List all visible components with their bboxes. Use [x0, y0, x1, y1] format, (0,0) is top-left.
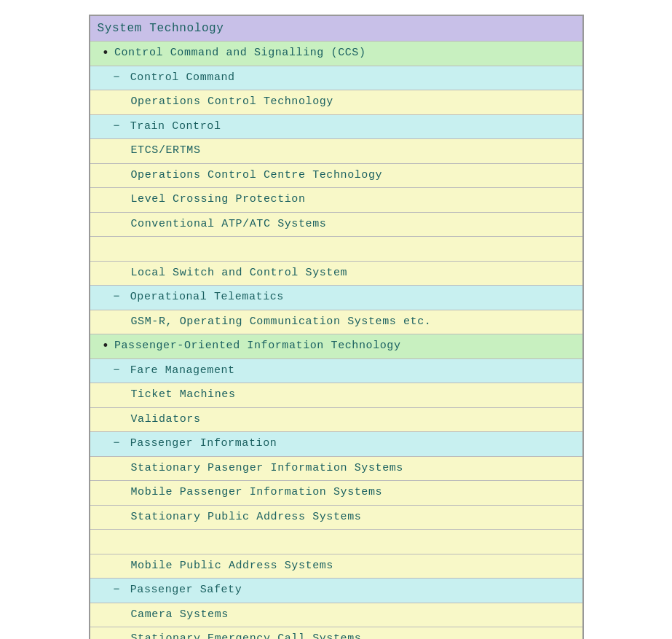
table-row: Mobile Public Address Systems	[90, 554, 582, 579]
row-text: Stationary Pasenger Information Systems	[131, 462, 403, 474]
row-text	[131, 242, 138, 254]
row-text	[131, 535, 138, 547]
main-table: System Technology •Control Command and S…	[89, 15, 584, 639]
table-row: Stationary Pasenger Information Systems	[90, 457, 582, 482]
row-text: Ticket Machines	[131, 388, 236, 401]
table-row: Ticket Machines	[90, 383, 582, 408]
table-row: Stationary Emergency Call Systems	[90, 627, 582, 639]
table-row: Local Switch and Control System	[90, 262, 582, 286]
table-row: Operations Control Centre Technology	[90, 164, 582, 189]
rows-container: •Control Command and Signalling (CCS)− C…	[90, 42, 582, 639]
header-title: System Technology	[98, 22, 224, 35]
row-text: Conventional ATP/ATC Systems	[131, 218, 327, 230]
row-text: − Passenger Information	[114, 437, 277, 450]
bullet-icon: •	[102, 47, 110, 60]
row-text: Local Switch and Control System	[131, 267, 348, 279]
row-text: ETCS/ERTMS	[131, 144, 201, 157]
table-row	[90, 237, 582, 262]
table-row	[90, 530, 582, 554]
table-row: Validators	[90, 408, 582, 433]
row-text: GSM-R, Operating Communication Systems e…	[131, 315, 432, 328]
table-row: − Passenger Information	[90, 432, 582, 457]
row-text: Mobile Passenger Information Systems	[131, 486, 383, 498]
table-row: Level Crossing Protection	[90, 188, 582, 213]
bullet-icon: •	[102, 340, 110, 353]
row-text: − Operational Telematics	[114, 291, 284, 303]
dash-icon: −	[114, 584, 127, 596]
dash-icon: −	[114, 120, 127, 133]
row-text: − Passenger Safety	[114, 584, 242, 596]
row-text: Operations Control Technology	[131, 95, 333, 108]
table-row: GSM-R, Operating Communication Systems e…	[90, 310, 582, 335]
table-header: System Technology	[90, 16, 582, 42]
row-text: Validators	[131, 413, 201, 426]
table-row: − Train Control	[90, 115, 582, 140]
row-text: Control Command and Signalling (CCS)	[114, 45, 366, 62]
table-row: − Control Command	[90, 66, 582, 91]
row-text: Passenger-Oriented Information Technolog…	[114, 338, 401, 355]
dash-icon: −	[114, 291, 127, 303]
row-text: − Fare Management	[114, 364, 235, 377]
dash-icon: −	[114, 437, 127, 450]
row-text: Stationary Emergency Call Systems	[131, 632, 362, 639]
table-row: •Control Command and Signalling (CCS)	[90, 42, 582, 66]
row-text: Stationary Public Address Systems	[131, 511, 362, 523]
row-text: Operations Control Centre Technology	[131, 169, 383, 181]
table-row: − Operational Telematics	[90, 286, 582, 310]
table-row: ETCS/ERTMS	[90, 139, 582, 164]
table-row: Stationary Public Address Systems	[90, 506, 582, 530]
row-text: Level Crossing Protection	[131, 193, 306, 205]
table-row: Camera Systems	[90, 603, 582, 628]
row-text: − Train Control	[114, 120, 221, 133]
table-row: Mobile Passenger Information Systems	[90, 481, 582, 506]
table-row: Operations Control Technology	[90, 90, 582, 115]
dash-icon: −	[114, 71, 127, 84]
row-text: Mobile Public Address Systems	[131, 560, 333, 572]
table-row: − Passenger Safety	[90, 579, 582, 603]
row-text: Camera Systems	[131, 608, 229, 621]
row-text: − Control Command	[114, 71, 235, 84]
table-row: •Passenger-Oriented Information Technolo…	[90, 334, 582, 359]
table-row: Conventional ATP/ATC Systems	[90, 213, 582, 238]
dash-icon: −	[114, 364, 127, 377]
table-row: − Fare Management	[90, 359, 582, 384]
